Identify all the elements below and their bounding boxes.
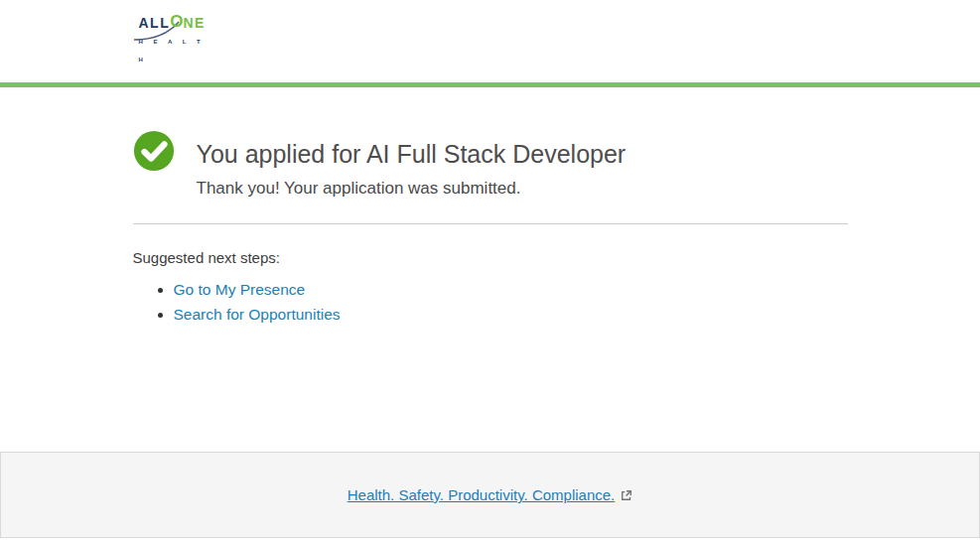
main-content: You applied for AI Full Stack Developer …	[0, 87, 980, 452]
section-divider	[133, 223, 848, 224]
link-search-opportunities[interactable]: Search for Opportunities	[174, 306, 341, 323]
confirmation-text-block: You applied for AI Full Stack Developer …	[197, 130, 627, 199]
external-link-icon[interactable]	[621, 489, 632, 501]
logo-text-all: ALL	[139, 16, 171, 30]
allone-health-logo[interactable]: ALLONE H E A L T H	[137, 15, 220, 66]
logo-wordmark: ALLONE	[139, 15, 218, 30]
logo-text-health: H E A L T H	[139, 39, 206, 63]
confirmation-banner: You applied for AI Full Stack Developer …	[133, 130, 848, 199]
footer: Health. Safety. Productivity. Compliance…	[0, 452, 980, 538]
list-item: Search for Opportunities	[174, 306, 848, 324]
footer-tagline-link[interactable]: Health. Safety. Productivity. Compliance…	[348, 486, 616, 503]
footer-tagline-text: Health. Safety. Productivity. Compliance…	[348, 486, 616, 503]
next-steps-label: Suggested next steps:	[133, 249, 848, 266]
confirmation-message: Thank you! Your application was submitte…	[197, 179, 627, 199]
logo-text-o: O	[170, 13, 183, 30]
header: ALLONE H E A L T H	[0, 0, 980, 87]
page-title: You applied for AI Full Stack Developer	[197, 140, 627, 169]
list-item: Go to My Presence	[174, 281, 848, 299]
next-steps-list: Go to My Presence Search for Opportuniti…	[133, 281, 848, 324]
link-my-presence[interactable]: Go to My Presence	[174, 281, 306, 298]
logo-text-ne: NE	[183, 16, 205, 30]
success-check-icon	[133, 130, 175, 172]
